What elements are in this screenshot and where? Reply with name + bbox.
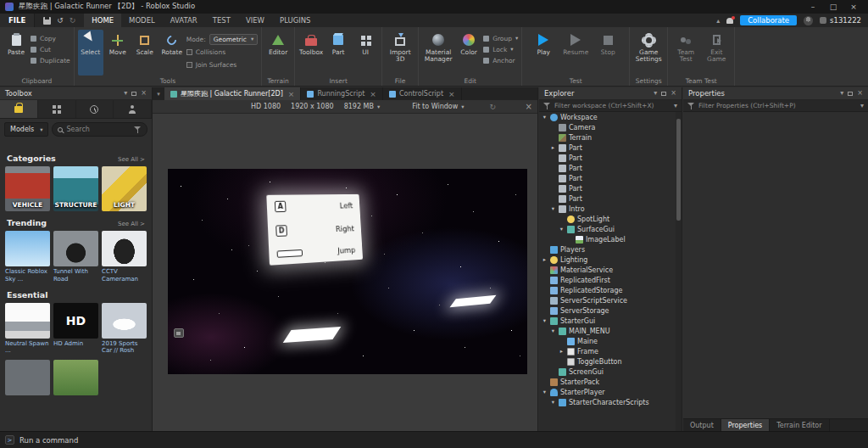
- explorer-filter-input[interactable]: [554, 102, 670, 109]
- tree-item[interactable]: ImageLabel: [539, 234, 676, 244]
- search-input[interactable]: [66, 126, 131, 133]
- redo-icon[interactable]: ↻: [70, 17, 76, 25]
- expand-arrow-icon[interactable]: ▾: [550, 205, 556, 212]
- tree-item[interactable]: Maine: [539, 336, 676, 346]
- material-manager-button[interactable]: Material Manager: [422, 30, 454, 76]
- cut-button[interactable]: Cut: [31, 45, 70, 53]
- tab-close-icon[interactable]: ×: [448, 90, 455, 98]
- notifications-bell-icon[interactable]: [726, 18, 733, 24]
- tab-list-icon[interactable]: ▾: [153, 87, 164, 100]
- color-button[interactable]: Color: [456, 30, 481, 76]
- tree-item[interactable]: ▸ Frame: [539, 346, 676, 356]
- tree-item[interactable]: Part: [539, 163, 676, 173]
- tab-creations[interactable]: [114, 100, 152, 118]
- document-tab[interactable]: ControlScript ×: [383, 87, 462, 100]
- copy-button[interactable]: Copy: [31, 34, 70, 42]
- move-tool-button[interactable]: Move: [105, 30, 131, 76]
- ribbon-tab[interactable]: HOME: [84, 14, 121, 27]
- scale-tool-button[interactable]: Scale: [132, 30, 158, 76]
- expand-arrow-icon[interactable]: ▸: [550, 144, 556, 151]
- tree-item[interactable]: ServerScriptService: [539, 295, 676, 305]
- models-dropdown[interactable]: Models▾: [4, 122, 48, 137]
- command-bar[interactable]: Run a command: [19, 436, 78, 445]
- tab-marketplace[interactable]: [0, 100, 38, 118]
- game-settings-button[interactable]: Game Settings: [633, 30, 664, 76]
- ribbon-tab[interactable]: MODEL: [121, 14, 163, 27]
- see-all-link[interactable]: See All >: [118, 156, 145, 163]
- rotate-tool-button[interactable]: Rotate: [159, 30, 185, 76]
- tree-item[interactable]: ▾ StarterPlayer: [539, 387, 676, 397]
- tree-item[interactable]: MaterialService: [539, 265, 676, 275]
- panel-menu-icon[interactable]: ▾: [840, 90, 843, 97]
- tree-item[interactable]: ▸ Lighting: [539, 255, 676, 265]
- memory-dropdown[interactable]: 8192 MB▾: [344, 103, 381, 110]
- tree-item[interactable]: ▾ Workspace: [539, 112, 676, 122]
- tree-item[interactable]: SpotLight: [539, 214, 676, 224]
- asset-card[interactable]: CCTV Cameraman: [102, 231, 147, 283]
- tree-item[interactable]: ScreenGui: [539, 367, 676, 377]
- join-surfaces-toggle[interactable]: Join Surfaces: [186, 60, 258, 69]
- tree-item[interactable]: ReplicatedFirst: [539, 275, 676, 285]
- pin-icon[interactable]: [131, 92, 136, 96]
- collisions-toggle[interactable]: Collisions: [186, 48, 258, 56]
- panel-close-icon[interactable]: ×: [670, 90, 676, 97]
- tree-item[interactable]: ▾ Intro: [539, 204, 676, 214]
- tab-close-icon[interactable]: ×: [288, 90, 295, 98]
- asset-card[interactable]: Classic Roblox Sky ...: [5, 231, 50, 283]
- ui-button[interactable]: UI: [353, 30, 378, 76]
- tree-item[interactable]: Terrain: [539, 132, 676, 143]
- save-icon[interactable]: [43, 17, 51, 25]
- tab-recent[interactable]: [76, 100, 114, 118]
- tree-item[interactable]: ▾ SurfaceGui: [539, 224, 676, 234]
- play-button[interactable]: Play: [531, 30, 556, 76]
- tree-item[interactable]: ▾ MAIN_MENU: [539, 326, 676, 336]
- stop-button[interactable]: Stop: [595, 30, 620, 76]
- expand-arrow-icon[interactable]: ▾: [559, 226, 565, 232]
- file-menu-button[interactable]: FILE: [0, 14, 35, 27]
- asset-thumbnail[interactable]: [53, 360, 98, 395]
- group-button[interactable]: Group▾: [483, 34, 518, 42]
- pin-icon[interactable]: [661, 92, 666, 96]
- mode-dropdown[interactable]: Geometric▾: [209, 34, 258, 45]
- user-avatar[interactable]: [804, 16, 813, 25]
- device-label[interactable]: HD 1080: [251, 103, 281, 110]
- ribbon-tab[interactable]: PLUGINS: [272, 14, 319, 27]
- panel-close-icon[interactable]: ×: [857, 90, 863, 97]
- expand-arrow-icon[interactable]: ▾: [542, 389, 548, 395]
- tree-item[interactable]: ServerStorage: [539, 305, 676, 316]
- close-button[interactable]: ×: [844, 3, 863, 11]
- pin-icon[interactable]: [848, 92, 853, 96]
- tree-item[interactable]: Camera: [539, 122, 676, 132]
- expand-arrow-icon[interactable]: ▾: [550, 399, 556, 406]
- dock-tab[interactable]: Output: [683, 419, 721, 431]
- game-viewport[interactable]: A Left D Right Jump: [168, 169, 527, 374]
- properties-filter-input[interactable]: [698, 102, 857, 109]
- lock-button[interactable]: Lock▾: [483, 45, 518, 53]
- asset-card[interactable]: HD HD Admin: [53, 303, 98, 356]
- tree-item[interactable]: ▸ Part: [539, 143, 676, 153]
- team-test-button[interactable]: Team Test: [671, 30, 700, 76]
- scrollbar-thumb[interactable]: [676, 119, 681, 221]
- user-menu[interactable]: s131222: [820, 16, 861, 25]
- import-3d-button[interactable]: Import 3D: [386, 30, 415, 76]
- category-card[interactable]: LIGHT: [102, 166, 147, 211]
- asset-thumbnail[interactable]: [5, 360, 50, 395]
- category-card[interactable]: STRUCTURE: [53, 166, 98, 211]
- dock-tab[interactable]: Properties: [721, 419, 770, 431]
- maximize-button[interactable]: □: [824, 3, 843, 11]
- tab-inventory[interactable]: [38, 100, 76, 118]
- filter-funnel-icon[interactable]: [134, 126, 142, 133]
- tree-item[interactable]: Part: [539, 153, 676, 163]
- panel-menu-icon[interactable]: ▾: [124, 90, 127, 97]
- undo-icon[interactable]: ↺: [57, 17, 64, 25]
- part-button[interactable]: Part: [326, 30, 351, 76]
- tree-item[interactable]: ▾ StarterCharacterScripts: [539, 397, 676, 407]
- asset-card[interactable]: Neutral Spawn ...: [5, 303, 50, 356]
- anchor-button[interactable]: Anchor: [483, 56, 518, 64]
- ribbon-tab[interactable]: VIEW: [238, 14, 272, 27]
- tree-item[interactable]: ToggleButton: [539, 356, 676, 367]
- refresh-icon[interactable]: ↻: [490, 103, 497, 111]
- collaborate-button[interactable]: Collaborate: [740, 15, 797, 25]
- document-tab[interactable]: RunningScript ×: [301, 87, 383, 100]
- emulation-close-icon[interactable]: ×: [526, 102, 532, 111]
